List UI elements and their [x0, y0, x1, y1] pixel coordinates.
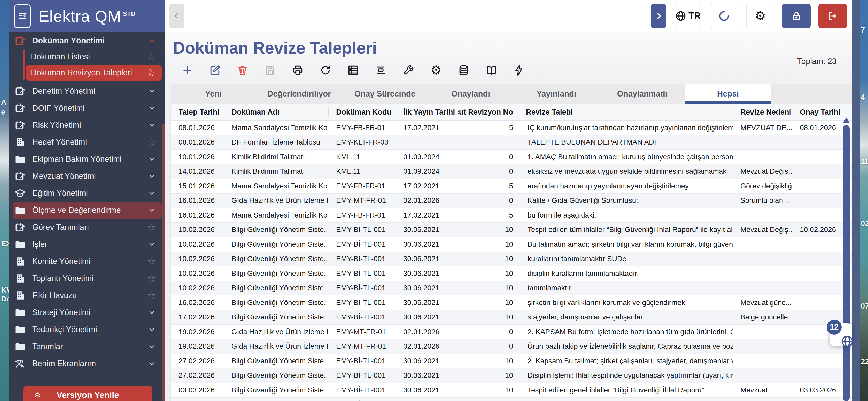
table-row[interactable]: 27.02.2026Bilgi Güvenliği Yönetim Siste.… — [171, 354, 852, 368]
tab-onayland[interactable]: Onaylandı — [428, 84, 514, 104]
chevron-down-icon[interactable] — [148, 325, 156, 334]
column-header-i-lk-yay-n-tarihi[interactable]: İlk Yayın Tarihi — [396, 104, 458, 120]
column-header-revize-nedeni[interactable]: Revize Nedeni — [733, 104, 792, 120]
chevron-down-icon[interactable] — [148, 308, 156, 316]
chevron-down-icon[interactable] — [148, 240, 156, 248]
quick-actions-button[interactable] — [513, 64, 525, 77]
tab-onaylanmad[interactable]: Onaylanmadı — [599, 84, 685, 104]
print-button[interactable] — [291, 64, 304, 77]
expand-button[interactable] — [651, 4, 666, 28]
loading-spinner[interactable] — [710, 4, 738, 28]
table-row[interactable]: 15.01.2026Mama Sandalyesi Temizlik Ko...… — [171, 179, 852, 194]
sidebar-item-komite-y-netimi[interactable]: Komite Yönetimi☆ — [9, 253, 165, 270]
sidebar-item-g-rev-tan-mlar[interactable]: Görev Tanımları☆ — [9, 219, 165, 236]
favorite-star-icon[interactable]: ☆ — [146, 68, 155, 78]
table-row[interactable]: 03.03.2026Bilgi Güvenliği Yönetim Siste.… — [171, 383, 852, 398]
sidebar-item-tedarik-i-y-netimi[interactable]: Tedarikçi Yönetimi — [9, 321, 165, 338]
sidebar-item-fikir-havuzu[interactable]: Fikir Havuzu☆ — [9, 287, 165, 304]
lock-button[interactable] — [782, 4, 811, 28]
column-header-dok-man-kodu[interactable]: Doküman Kodu — [328, 104, 396, 120]
column-header-dok-man-ad[interactable]: Doküman Adı — [224, 104, 328, 120]
sidebar-item-mevzuat-y-netimi[interactable]: Mevzuat Yönetimi — [9, 168, 165, 185]
sidebar-item-dok-man-revizyon-talepleri[interactable]: Doküman Revizyon Talepleri☆ — [26, 65, 162, 80]
column-header-mevcut-revizyon-no[interactable]: Mevcut Revizyon No — [458, 104, 518, 120]
chevron-down-icon[interactable] — [148, 360, 156, 368]
sidebar-scrollbar[interactable] — [162, 124, 165, 401]
table-row[interactable]: 10.02.2026Bilgi Güvenliği Yönetim Siste.… — [171, 266, 852, 281]
sidebar-item-denetim-y-netimi[interactable]: Denetim Yönetimi — [9, 82, 165, 100]
notification-widget[interactable]: 12 — [830, 323, 852, 346]
table-row[interactable]: 10.01.2026Kimlik Bildirimi TalimatıKML.1… — [171, 150, 852, 164]
chevron-down-icon[interactable] — [148, 87, 156, 95]
chevron-down-icon[interactable] — [148, 189, 156, 197]
favorite-star-icon[interactable]: ☆ — [147, 137, 156, 147]
filter-row-button[interactable] — [374, 64, 387, 77]
chevron-down-icon[interactable] — [148, 172, 156, 180]
table-row[interactable]: 08.01.2026DF Formları İzleme TablosuEMY-… — [171, 135, 852, 150]
panel-collapse-button[interactable] — [169, 4, 184, 28]
sidebar-item-hedef-y-netimi[interactable]: Hedef Yönetimi☆ — [9, 134, 165, 151]
table-scrollbar[interactable] — [843, 125, 850, 401]
chevron-down-icon[interactable] — [148, 104, 156, 112]
sidebar-item-e-itim-y-netimi[interactable]: Eğitim Yönetimi — [9, 185, 165, 202]
logout-button[interactable] — [818, 4, 847, 28]
settings-button[interactable]: ⚙ — [746, 4, 774, 28]
sidebar-item-tan-mlar[interactable]: Tanımlar — [9, 338, 165, 355]
sidebar-item-l-me-ve-de-erlendirme[interactable]: Ölçme ve Değerlendirme — [13, 202, 162, 219]
sidebar-item-ekipman-bak-m-y-netimi[interactable]: Ekipman Bakım Yönetimi — [9, 151, 165, 168]
table-row[interactable]: 17.02.2026Bilgi Güvenliği Yönetim Siste.… — [171, 310, 852, 325]
sidebar-item-strateji-y-netimi[interactable]: Strateji Yönetimi — [9, 304, 165, 321]
save-button[interactable] — [264, 64, 277, 77]
sidebar-item-risk-y-netimi[interactable]: Risk Yönetimi — [9, 116, 165, 134]
tab-de-erlendiriliyor[interactable]: Değerlendiriliyor — [256, 84, 342, 104]
table-row[interactable]: 16.01.2026Mama Sandalyesi Temizlik Ko...… — [171, 208, 852, 223]
chevron-down-icon[interactable] — [148, 121, 156, 129]
chevron-down-icon[interactable] — [148, 155, 156, 163]
table-row[interactable]: 27.02.2026Bilgi Güvenliği Yönetim Siste.… — [171, 368, 852, 383]
export-excel-button[interactable] — [347, 64, 360, 77]
delete-button[interactable] — [236, 64, 249, 77]
docs-button[interactable] — [485, 64, 498, 77]
table-row[interactable]: 10.02.2026Bilgi Güvenliği Yönetim Siste.… — [171, 281, 852, 296]
tab-onay-s-recinde[interactable]: Onay Sürecinde — [342, 84, 428, 104]
table-row[interactable]: 14.01.2026Kimlik Bildirimi TalimatıKML.1… — [171, 164, 852, 179]
table-row[interactable]: 19.02.2026Gıda Hazırlık ve Ürün İzleme F… — [171, 339, 852, 354]
edit-button[interactable] — [209, 64, 221, 77]
table-row[interactable]: 10.02.2026Bilgi Güvenliği Yönetim Siste.… — [171, 252, 852, 267]
column-header-revize-talebi[interactable]: Revize Talebi — [518, 104, 733, 120]
sidebar-item-dok-man-y-netimi[interactable]: Doküman Yönetimi — [9, 34, 165, 48]
tools-button[interactable] — [402, 64, 415, 77]
table-row[interactable]: 19.02.2026Gıda Hazırlık ve Ürün İzleme F… — [171, 325, 852, 339]
favorite-star-icon[interactable]: ☆ — [147, 291, 156, 300]
favorite-star-icon[interactable]: ☆ — [146, 52, 155, 62]
tab-yay-nland[interactable]: Yayınlandı — [514, 84, 599, 104]
favorite-star-icon[interactable]: ☆ — [147, 257, 156, 266]
column-header-talep-tarihi[interactable]: Talep Tarihi — [171, 104, 224, 120]
sidebar-item-benim-ekranlar-m[interactable]: Benim Ekranlarım — [9, 355, 165, 372]
favorite-star-icon[interactable]: ☆ — [147, 223, 156, 232]
chevron-up-icon[interactable] — [148, 37, 156, 45]
grid-settings-button[interactable]: ⚙ — [430, 64, 442, 77]
table-row[interactable]: 08.01.2026Mama Sandalyesi Temizlik Ko...… — [171, 121, 852, 135]
favorite-star-icon[interactable]: ☆ — [147, 273, 156, 283]
table-row[interactable]: 10.02.2026Bilgi Güvenliği Yönetim Siste.… — [171, 223, 852, 237]
refresh-button[interactable] — [319, 64, 332, 77]
chevron-down-icon[interactable] — [148, 206, 156, 214]
table-row[interactable]: 16.01.2026Gıda Hazırlık ve Ürün İzleme F… — [171, 194, 852, 208]
table-row[interactable]: 16.02.2026Bilgi Güvenliği Yönetim Siste.… — [171, 296, 852, 310]
tab-yeni[interactable]: Yeni — [170, 84, 256, 104]
scrollbar-up-arrow[interactable] — [843, 118, 850, 123]
table-row[interactable]: 10.02.2026Bilgi Güvenliği Yönetim Siste.… — [171, 237, 852, 252]
sidebar-item-doif-y-netimi[interactable]: DOIF Yönetimi — [9, 100, 165, 116]
sidebar-item-i-ler[interactable]: İşler — [9, 236, 165, 253]
sidebar-toggle-button[interactable] — [14, 4, 31, 28]
add-button[interactable] — [181, 64, 194, 77]
archive-button[interactable] — [457, 64, 470, 77]
sidebar-item-toplant-y-netimi[interactable]: Toplantı Yönetimi☆ — [9, 270, 165, 287]
sidebar-item-dok-man-listesi[interactable]: Doküman Listesi☆ — [26, 49, 162, 65]
language-button[interactable]: TR — [674, 4, 702, 28]
table-row[interactable]: 03.03.2026Bilgi Güvenliği Yönetim Siste.… — [171, 398, 852, 401]
chevron-down-icon[interactable] — [148, 342, 156, 351]
version-refresh-button[interactable]: Versiyon Yenile — [23, 386, 152, 401]
tab-hepsi[interactable]: Hepsi — [685, 84, 771, 104]
